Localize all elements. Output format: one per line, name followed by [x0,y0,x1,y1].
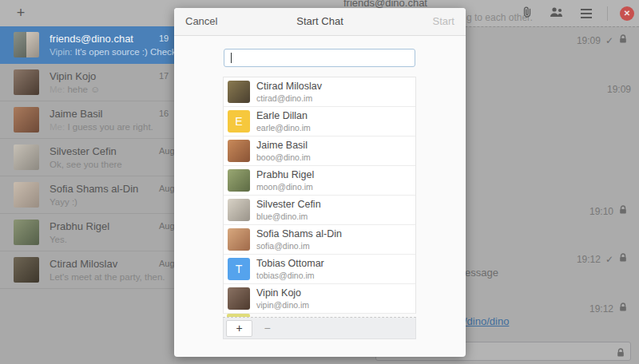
conversation-row[interactable]: Sofia Shams al-Din Yayy :) Aug [0,176,174,214]
start-button[interactable]: Start [433,15,454,27]
avatar [228,81,250,103]
contact-row[interactable]: Prabhu Rigel moon@dino.im [224,166,415,196]
delivered-check-icon: ✓ [605,254,613,265]
message-meta: 19:09 [607,84,631,95]
lock-icon [618,253,628,265]
contact-jid: tobias@dino.im [256,271,315,280]
contact-name: Earle Dillan [256,110,308,121]
contact-name: Tobias Ottomar [256,258,324,269]
contact-row[interactable]: Vipin Kojo vipin@dino.im [224,284,415,314]
hamburger-icon [581,9,592,18]
conversation-time: 19 [159,34,169,43]
avatar [14,107,39,133]
message-preview: Ok, see you there [50,160,174,169]
attach-file-button[interactable] [518,5,536,22]
close-window-button[interactable]: ✕ [620,6,634,21]
message-preview: Let's meet at the party, then. [50,272,174,282]
contact-name: Prabhu Rigel [256,169,314,180]
contact-jid: moon@dino.im [256,182,313,192]
conversation-name: friends@dino.chat [50,33,157,45]
conversation-time: Aug [159,221,175,231]
conversation-row[interactable]: Vipin Kojo Me: hehe ☺ 17 [0,64,174,101]
conversation-time: Aug [159,184,175,193]
avatar: T [228,258,250,280]
avatar [228,140,250,162]
dialog-header: Cancel Start Chat Start [174,8,466,36]
avatar [228,228,250,251]
contact-jid: blue@dino.im [256,212,308,221]
conversation-name: Silvester Cefin [50,145,157,157]
contact-list: Ctirad Miloslav ctirad@dino.im E Earle D… [223,77,416,314]
lock-icon [618,205,628,217]
conversation-time: 16 [159,109,169,118]
occupants-button[interactable] [548,5,566,22]
contact-row[interactable]: Ctirad Miloslav ctirad@dino.im [224,77,415,107]
conversation-time: Aug [159,146,175,156]
menu-button[interactable] [577,5,595,22]
avatar [228,169,250,192]
contact-jid: ctirad@dino.im [256,93,312,103]
message-meta: 19:12 [589,303,628,315]
avatar [14,220,39,245]
avatar [14,257,39,283]
contact-name: Sofia Shams al-Din [256,228,342,239]
message-meta: 19:09✓ [577,34,628,46]
contact-name: Vipin Kojo [256,287,301,299]
text-caret [231,53,232,63]
conversation-row[interactable]: friends@dino.chat Vipin: It's open sourc… [0,26,174,64]
contact-name: Jaime Basil [256,140,308,151]
avatar [228,287,250,310]
conversation-row[interactable]: Silvester Cefin Ok, see you there Aug [0,139,174,176]
message-text: essage [465,267,498,279]
message-link[interactable]: /dino/dino [464,315,509,327]
conversation-name: Prabhu Rigel [50,220,157,232]
conversation-row[interactable]: Prabhu Rigel Yes. Aug [0,214,174,251]
people-icon [550,6,564,20]
paperclip-icon [521,6,534,21]
search-input[interactable] [224,49,415,67]
contact-row[interactable]: Sofia Shams al-Din sofia@dino.im [224,225,415,255]
message-meta: 19:10 [589,205,628,217]
contact-jid: earle@dino.im [256,123,311,133]
avatar: E [228,110,250,133]
contact-name: Silvester Cefin [256,199,321,210]
header-actions: ✕ [518,2,634,24]
lock-icon [618,303,628,315]
dialog-title: Start Chat [174,15,466,27]
start-chat-dialog: Cancel Start Chat Start Ctirad Miloslav … [174,8,466,357]
contact-row[interactable]: E Earle Dillan earle@dino.im [224,107,415,136]
conversation-row[interactable]: Ctirad Miloslav Let's meet at the party,… [0,251,174,289]
conversation-time: 17 [159,71,169,81]
contact-row[interactable]: Silvester Cefin blue@dino.im [224,196,415,225]
add-conversation-button[interactable]: + [10,2,32,23]
contact-jid: booo@dino.im [256,152,311,162]
delivered-check-icon: ✓ [605,35,613,46]
contact-jid: vipin@dino.im [256,300,309,310]
message-meta: 19:12✓ [577,253,628,265]
contact-name: Ctirad Miloslav [256,81,322,92]
message-preview: Vipin: It's open source :) Check out the… [50,47,174,57]
message-preview: Me: hehe ☺ [50,85,174,94]
add-contact-button[interactable]: + [226,320,252,337]
lock-icon [618,34,628,46]
contact-jid: sofia@dino.im [256,241,310,251]
remove-contact-button[interactable]: − [254,320,280,337]
message-preview: Yes. [50,235,174,244]
avatar [14,144,39,170]
list-toolbar: + − [223,318,416,339]
header-separator [607,6,608,21]
contact-row[interactable]: T Tobias Ottomar tobias@dino.im [224,255,415,284]
conversation-time: Aug [159,259,175,268]
contact-row[interactable]: Jaime Basil booo@dino.im [224,136,415,166]
message-preview: Me: I guess you are right. [50,122,174,132]
conversation-name: Sofia Shams al-Din [50,183,157,195]
conversation-row[interactable]: Jaime Basil Me: I guess you are right. 1… [0,101,174,139]
conversation-name: Vipin Kojo [50,70,157,82]
conversation-name: Ctirad Miloslav [50,258,157,270]
avatar [228,199,250,221]
lock-icon [616,346,625,361]
avatar [14,69,39,95]
app-window: + friends@dino.chat g to each other. [0,0,639,364]
avatar [14,32,39,57]
conversation-name: Jaime Basil [50,108,157,120]
